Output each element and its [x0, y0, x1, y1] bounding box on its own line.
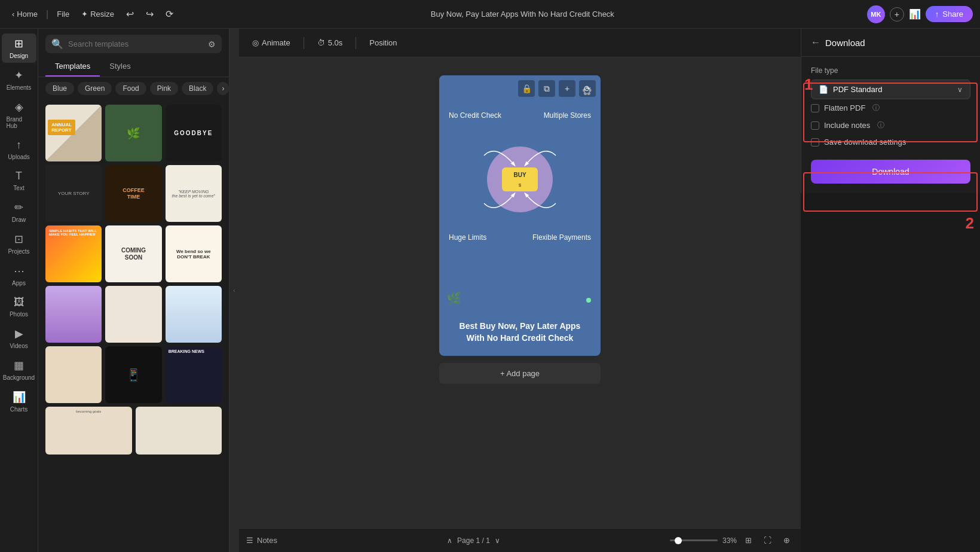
- share-button[interactable]: ↑ Share: [926, 6, 973, 22]
- sidebar-item-videos[interactable]: ▶ Videos: [2, 324, 36, 353]
- search-icon: 🔍: [51, 38, 63, 50]
- duration-button[interactable]: ⏱ 5.0s: [311, 35, 349, 50]
- list-item[interactable]: [45, 286, 102, 343]
- file-button[interactable]: File: [52, 7, 74, 21]
- canvas-toolbar: ◎ Animate ⏱ 5.0s Position: [239, 29, 801, 57]
- template-row-3: SIMPLE HABITS THAT WILLMAKE YOU FEEL HAP…: [45, 225, 222, 282]
- sidebar-label-videos: Videos: [10, 343, 27, 349]
- list-item[interactable]: [136, 407, 222, 455]
- download-button[interactable]: Download: [811, 160, 970, 184]
- history-button[interactable]: ⟳: [161, 6, 178, 22]
- flatten-pdf-info-icon[interactable]: ⓘ: [872, 103, 880, 113]
- search-input[interactable]: [68, 39, 203, 48]
- list-item[interactable]: SIMPLE HABITS THAT WILLMAKE YOU FEEL HAP…: [45, 225, 102, 282]
- design-wrapper: 🔒 ⧉ + ⟳ ✿ No Credit Check Mu: [439, 75, 601, 384]
- back-button[interactable]: ←: [811, 37, 820, 48]
- accessibility-button[interactable]: ⊕: [780, 534, 794, 547]
- topbar-right: MK + 📊 ↑ Share: [867, 5, 973, 23]
- file-type-select[interactable]: 📄 PDF Standard ∨: [811, 80, 970, 99]
- sidebar-icons: ⊞ Design ✦ Elements ◈ Brand Hub ↑ Upload…: [0, 29, 38, 552]
- list-item[interactable]: [45, 346, 102, 403]
- refresh-button[interactable]: ⟳: [579, 80, 596, 97]
- home-button[interactable]: ‹ Home: [7, 7, 42, 21]
- back-icon: ←: [811, 37, 820, 47]
- tab-templates[interactable]: Templates: [45, 57, 100, 77]
- chip-green[interactable]: Green: [78, 82, 112, 95]
- include-notes-checkbox[interactable]: [811, 121, 819, 130]
- resize-button[interactable]: ✦ Resize: [76, 7, 119, 21]
- sidebar-item-text[interactable]: T Text: [2, 166, 36, 195]
- add-page-button[interactable]: + Add page: [439, 363, 601, 384]
- page-navigation: ∧ Page 1 / 1 ∨: [447, 536, 500, 545]
- flatten-pdf-checkbox[interactable]: [811, 104, 819, 112]
- filter-icon[interactable]: ⚙: [208, 39, 216, 49]
- animate-button[interactable]: ◎ Animate: [246, 35, 296, 50]
- draw-icon: ✏: [14, 201, 23, 214]
- redo-button[interactable]: ↪: [141, 6, 158, 22]
- save-settings-checkbox[interactable]: [811, 138, 819, 147]
- main-area: ⊞ Design ✦ Elements ◈ Brand Hub ↑ Upload…: [0, 29, 980, 552]
- notes-button[interactable]: ☰ Notes: [246, 536, 277, 545]
- sidebar-item-photos[interactable]: 🖼 Photos: [2, 292, 36, 321]
- sidebar-item-background[interactable]: ▦ Background: [2, 355, 36, 385]
- list-item[interactable]: YOUR STORY: [45, 165, 102, 222]
- list-item[interactable]: 🌿: [105, 105, 161, 161]
- sidebar-item-projects[interactable]: ⊡ Projects: [2, 229, 36, 258]
- more-options-button[interactable]: +: [559, 80, 575, 97]
- zoom-slider[interactable]: [670, 539, 718, 541]
- list-item[interactable]: "KEEP MOVINGthe best is yet to come": [166, 165, 222, 222]
- search-box: 🔍 ⚙: [45, 35, 222, 53]
- template-row-1: ANNUALREPORT 🌿 GOODBYE: [45, 105, 222, 161]
- chip-blue[interactable]: Blue: [45, 82, 74, 95]
- template-row-4: [45, 286, 222, 343]
- list-item[interactable]: We bend so weDON'T BREAK: [166, 225, 222, 282]
- chip-food[interactable]: Food: [115, 82, 146, 95]
- list-item[interactable]: BREAKING NEWS: [166, 346, 222, 403]
- fullscreen-button[interactable]: ⛶: [760, 534, 775, 547]
- toolbar-separator-2: [356, 37, 356, 49]
- include-notes-info-icon[interactable]: ⓘ: [877, 120, 884, 130]
- list-item[interactable]: GOODBYE: [166, 105, 222, 161]
- sidebar-item-apps[interactable]: ⋯ Apps: [2, 261, 36, 290]
- template-row-2: YOUR STORY COFFEETIME "KEEP MOVINGthe be…: [45, 165, 222, 222]
- grid-view-button[interactable]: ⊞: [742, 534, 755, 547]
- plant-decoration: 🌿: [446, 291, 461, 306]
- list-item[interactable]: COFFEETIME: [105, 165, 161, 222]
- list-item[interactable]: [166, 286, 222, 343]
- chips-more-button[interactable]: ›: [217, 82, 229, 95]
- template-row-5: 📱 BREAKING NEWS: [45, 346, 222, 403]
- sidebar-item-uploads[interactable]: ↑ Uploads: [2, 135, 36, 164]
- document-title: Buy Now, Pay Later Apps With No Hard Cre…: [431, 10, 614, 19]
- list-item[interactable]: 📱: [105, 346, 161, 403]
- sidebar-label-photos: Photos: [10, 311, 28, 318]
- add-collaborator-button[interactable]: +: [890, 7, 904, 22]
- sidebar-item-draw[interactable]: ✏ Draw: [2, 197, 36, 227]
- dot-decoration: [586, 298, 591, 303]
- list-item[interactable]: becoming goals: [45, 407, 132, 455]
- chip-pink[interactable]: Pink: [150, 82, 178, 95]
- list-item[interactable]: ANNUALREPORT: [45, 105, 102, 161]
- avatar[interactable]: MK: [867, 5, 885, 23]
- list-item[interactable]: [105, 286, 161, 343]
- sidebar-item-charts[interactable]: 📊 Charts: [2, 387, 36, 416]
- sidebar-item-design[interactable]: ⊞ Design: [2, 33, 36, 63]
- lock-button[interactable]: 🔒: [518, 80, 535, 97]
- tab-styles[interactable]: Styles: [100, 57, 140, 77]
- chip-black[interactable]: Black: [182, 82, 213, 95]
- card-bottom-text: Best Buy Now, Pay Later Apps With No Har…: [439, 315, 601, 356]
- topbar-left: ‹ Home | File ✦ Resize ↩ ↪ ⟳: [7, 6, 178, 22]
- chevron-down-icon: ∨: [495, 536, 500, 545]
- sidebar-item-brand-hub[interactable]: ◈ Brand Hub: [2, 97, 36, 133]
- sidebar-label-background: Background: [3, 374, 35, 381]
- undo-button[interactable]: ↩: [121, 6, 139, 22]
- analytics-icon[interactable]: 📊: [909, 8, 921, 20]
- list-item[interactable]: COMINGSOON: [105, 225, 161, 282]
- flatten-pdf-row: Flatten PDF ⓘ: [811, 99, 970, 117]
- position-button[interactable]: Position: [363, 35, 403, 50]
- flatten-pdf-label: Flatten PDF: [824, 103, 865, 112]
- include-notes-row: Include notes ⓘ: [811, 117, 970, 134]
- topbar: ‹ Home | File ✦ Resize ↩ ↪ ⟳ Buy Now, Pa…: [0, 0, 980, 29]
- duplicate-button[interactable]: ⧉: [538, 80, 555, 97]
- sidebar-item-elements[interactable]: ✦ Elements: [2, 65, 36, 94]
- collapse-handle[interactable]: ‹: [229, 29, 239, 552]
